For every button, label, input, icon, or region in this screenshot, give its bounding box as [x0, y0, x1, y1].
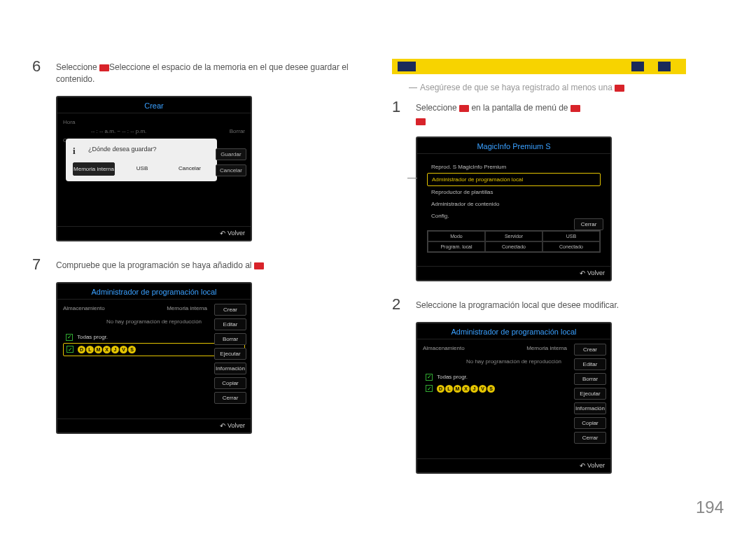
btn-borrar[interactable]: Borrar	[574, 373, 606, 385]
btn-copiar[interactable]: Copiar	[214, 377, 246, 389]
prereq-note: ―Asegúrese de que se haya registrado al …	[409, 83, 714, 92]
btn-copiar[interactable]: Copiar	[574, 417, 606, 429]
step-text: Seleccione en la pantalla de menú de	[416, 99, 580, 127]
page-number: 194	[696, 498, 724, 517]
step-text: Seleccione la programación local que des…	[416, 297, 619, 312]
btn-cerrar[interactable]: Cerrar	[574, 432, 606, 444]
volver-link[interactable]: Volver	[220, 422, 245, 430]
ref-icon	[416, 118, 426, 125]
screen-title: Crear	[57, 97, 251, 113]
ref-icon	[615, 85, 624, 92]
step-number: 1	[392, 99, 407, 127]
btn-info[interactable]: Información	[214, 363, 246, 374]
volver-link[interactable]: Volver	[580, 269, 605, 277]
th: Modo	[428, 231, 485, 241]
btn-crear[interactable]: Crear	[214, 304, 246, 316]
step-number: 7	[32, 257, 48, 272]
td: Program. local	[428, 241, 485, 252]
step-number: 2	[392, 297, 407, 312]
step-1: 1 Seleccione en la pantalla de menú de	[392, 99, 714, 127]
btn-cerrar[interactable]: Cerrar	[574, 218, 603, 230]
heading-glyph	[658, 62, 671, 71]
btn-borrar[interactable]: Borrar	[214, 333, 246, 345]
label-all: Todas progr.	[437, 374, 468, 380]
btn-editar[interactable]: Editar	[574, 358, 606, 370]
btn-crear[interactable]: Crear	[574, 344, 606, 356]
screen-title: MagicInfo Premium S	[417, 138, 610, 154]
action-buttons: Crear Editar Borrar Ejecutar Información…	[214, 304, 246, 413]
menu-item[interactable]: Reproductor de plantillas	[427, 186, 601, 198]
label-storage: Almacenamiento	[63, 305, 105, 311]
btn-cerrar[interactable]: Cerrar	[214, 392, 246, 404]
btn-guardar[interactable]: Guardar	[216, 148, 246, 160]
menu-item[interactable]: Administrador de contenido	[427, 198, 601, 210]
volver-link[interactable]: Volver	[580, 462, 605, 470]
heading-glyph	[631, 62, 644, 71]
screen-admin-left: Administrador de programación local Alma…	[56, 282, 252, 434]
section-heading-bar	[392, 59, 686, 74]
days-badges: D L M X J V S	[78, 346, 136, 353]
dialog-btn-cancel[interactable]: Cancelar	[169, 162, 210, 176]
heading-glyph	[398, 62, 416, 71]
step-text: Seleccione Seleccione el espacio de la m…	[56, 59, 354, 86]
screen-admin-right: Administrador de programación local Alma…	[416, 322, 612, 474]
leader-line	[407, 178, 417, 178]
checkbox-icon[interactable]: ✓	[426, 385, 433, 392]
label-borrar: Borrar	[230, 128, 245, 134]
step-6: 6 Seleccione Seleccione el espacio de la…	[32, 59, 354, 86]
label-mem: Memoria interna	[526, 345, 567, 351]
step-7: 7 Compruebe que la programación se haya …	[32, 257, 354, 272]
label-all: Todas progr.	[77, 334, 108, 340]
th: USB	[542, 231, 600, 241]
ref-icon	[570, 105, 580, 112]
label-storage: Almacenamiento	[423, 345, 465, 351]
btn-editar[interactable]: Editar	[214, 318, 246, 330]
label-mem: Memoria interna	[167, 305, 207, 311]
status-table: Modo Servidor USB Program. local Conecta…	[427, 230, 601, 253]
ref-icon	[459, 105, 469, 112]
volver-link[interactable]: Volver	[220, 230, 245, 237]
th: Servidor	[485, 231, 542, 241]
td: Conectado	[485, 241, 542, 252]
screen-magicinfo: MagicInfo Premium S Reprod. S MagicInfo …	[416, 136, 612, 281]
step-text: Compruebe que la programación se haya añ…	[56, 257, 264, 272]
save-dialog: i ¿Dónde desea guardar? Memoria interna …	[66, 139, 217, 181]
btn-info[interactable]: Información	[574, 402, 606, 414]
menu-item-selected[interactable]: Administrador de programación local	[427, 173, 601, 186]
info-icon: i	[73, 146, 76, 157]
ref-icon	[99, 64, 109, 71]
checkbox-icon[interactable]: ✓	[66, 346, 74, 353]
dialog-btn-internal[interactable]: Memoria interna	[73, 162, 115, 176]
screen-crear: Crear Hora -- : -- a.m. ~ -- : -- p.m.Bo…	[56, 96, 252, 241]
checkbox-icon[interactable]: ✓	[66, 334, 73, 341]
screen-title: Administrador de programación local	[57, 283, 251, 300]
menu-item[interactable]: Reprod. S MagicInfo Premium	[427, 161, 601, 173]
step-2: 2 Seleccione la programación local que d…	[392, 297, 714, 312]
step-number: 6	[32, 59, 48, 86]
action-buttons: Crear Editar Borrar Ejecutar Información…	[574, 344, 606, 453]
time-value: -- : -- a.m. ~ -- : -- p.m.	[91, 128, 146, 134]
btn-ejecutar[interactable]: Ejecutar	[574, 388, 606, 400]
btn-ejecutar[interactable]: Ejecutar	[214, 348, 246, 360]
checkbox-icon[interactable]: ✓	[426, 374, 433, 381]
label-hora: Hora	[63, 119, 75, 125]
btn-cancelar[interactable]: Cancelar	[216, 164, 246, 176]
ref-icon	[254, 262, 264, 269]
dialog-question: ¿Dónde desea guardar?	[88, 146, 210, 153]
dialog-btn-usb[interactable]: USB	[122, 162, 162, 176]
td: Conectado	[542, 241, 600, 252]
screen-title: Administrador de programación local	[417, 323, 610, 339]
days-badges: D L M X J V S	[437, 385, 495, 393]
